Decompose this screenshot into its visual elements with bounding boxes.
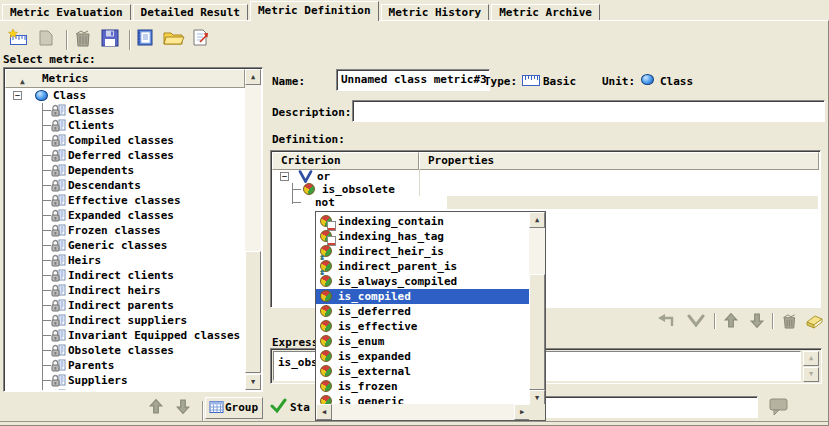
new-metric-button[interactable]: [5, 27, 31, 50]
tree-item-class-root[interactable]: − Class: [5, 88, 245, 103]
collapse-icon[interactable]: −: [13, 91, 22, 100]
criterion-option-icon: [320, 395, 332, 404]
move-metric-up-button[interactable]: [148, 399, 164, 417]
eraser-icon: [803, 313, 824, 329]
move-criterion-up-button[interactable]: [722, 312, 744, 330]
criterion-option[interactable]: indexing_contain: [316, 214, 529, 229]
dropdown-vertical-scrollbar[interactable]: ▲ ▼: [529, 212, 545, 404]
criterion-option[interactable]: is_always_compiled: [316, 274, 529, 289]
up-arrow-icon: [723, 313, 739, 328]
metric-tree-item[interactable]: Clients: [5, 118, 245, 133]
expression-scroll-up-button[interactable]: ▲: [803, 351, 819, 366]
clear-definition-button[interactable]: [802, 312, 824, 330]
delete-metric-icon: [73, 29, 93, 47]
criterion-option[interactable]: indirect_parent_is: [316, 259, 529, 274]
metrics-column-header[interactable]: ▲ Metrics: [5, 69, 245, 88]
criterion-option[interactable]: is_generic: [316, 394, 529, 404]
scroll-right-button[interactable]: ▶: [514, 404, 530, 420]
metric-tree-body: − Class: [5, 88, 245, 390]
expression-scroll-down-button[interactable]: ▼: [803, 367, 819, 382]
properties-column-header[interactable]: Properties: [419, 152, 819, 170]
delete-metric-button[interactable]: [70, 27, 96, 50]
criterion-option[interactable]: is_effective: [316, 319, 529, 334]
move-criterion-down-button[interactable]: [748, 312, 770, 330]
or-criterion-icon: [687, 313, 705, 328]
criterion-row-is-obsolete[interactable]: is_obsolete: [272, 183, 819, 196]
group-grid-icon: [209, 400, 225, 414]
metric-tree-item[interactable]: Deferred classes: [5, 148, 245, 163]
duplicate-metric-button[interactable]: [32, 27, 58, 50]
criterion-editor[interactable]: not: [305, 196, 447, 209]
criterion-option[interactable]: is_enum: [316, 334, 529, 349]
save-icon: [100, 29, 120, 47]
change-to-and-button[interactable]: [656, 312, 678, 330]
panel-bottom-edge: [0, 421, 829, 422]
metric-tree-item[interactable]: Generic classes: [5, 238, 245, 253]
scroll-up-button[interactable]: ▲: [529, 212, 545, 228]
definition-table-header: Criterion Properties: [272, 152, 819, 170]
manage-metrics-button[interactable]: [132, 27, 158, 50]
criterion-option-label: is_always_compiled: [338, 275, 457, 288]
scroll-up-button[interactable]: ▲: [245, 69, 261, 85]
tab[interactable]: Metric Archive: [491, 4, 600, 20]
change-to-or-button[interactable]: [686, 312, 708, 330]
dropdown-horizontal-scrollbar[interactable]: ◀ ▶: [316, 404, 529, 420]
criterion-option[interactable]: is_external: [316, 364, 529, 379]
metric-tree-item[interactable]: [5, 388, 245, 390]
and-criterion-icon: [657, 313, 677, 328]
criterion-column-header[interactable]: Criterion: [272, 152, 419, 170]
open-metric-file-button[interactable]: [160, 27, 186, 50]
criterion-option[interactable]: indexing_has_tag: [316, 229, 529, 244]
metric-tree-item[interactable]: Dependents: [5, 163, 245, 178]
metric-tree-item[interactable]: Obsolete classes: [5, 343, 245, 358]
tab[interactable]: Metric Definition: [250, 1, 379, 21]
metric-name: Obsolete classes: [68, 343, 174, 358]
metric-tree-item[interactable]: Frozen classes: [5, 223, 245, 238]
scroll-down-button[interactable]: ▼: [245, 374, 261, 390]
name-input[interactable]: Unnamed class metric#3: [336, 69, 490, 91]
metric-tree-item[interactable]: Expanded classes: [5, 208, 245, 223]
description-input[interactable]: [352, 100, 825, 122]
metric-tree-item[interactable]: Compiled classes: [5, 133, 245, 148]
scrollbar-thumb[interactable]: [245, 251, 261, 373]
save-metric-button[interactable]: [97, 27, 123, 50]
editing-row-background: [447, 196, 818, 209]
metric-tree-item[interactable]: Indirect parents: [5, 298, 245, 313]
criterion-option-label: is_external: [338, 365, 411, 378]
criterion-option-icon: [320, 230, 332, 242]
delete-criterion-button[interactable]: [778, 312, 800, 330]
tab[interactable]: Metric Evaluation: [2, 4, 131, 20]
metric-name: Compiled classes: [68, 133, 174, 148]
collapse-icon[interactable]: −: [280, 172, 289, 181]
metric-tree-item[interactable]: Heirs: [5, 253, 245, 268]
tab[interactable]: Metric History: [381, 4, 490, 20]
criterion-option[interactable]: is_compiled: [316, 289, 529, 304]
scroll-left-button[interactable]: ◀: [316, 404, 332, 420]
criterion-option-icon: [320, 320, 332, 332]
metric-tree-item[interactable]: Effective classes: [5, 193, 245, 208]
criterion-dropdown: indexing_contain indexing_has_tag indire…: [315, 211, 546, 421]
tab[interactable]: Detailed Result: [133, 4, 248, 20]
metric-tree-item[interactable]: Indirect suppliers: [5, 313, 245, 328]
criterion-option[interactable]: is_deferred: [316, 304, 529, 319]
metric-tree-item[interactable]: Suppliers: [5, 373, 245, 388]
export-metrics-button[interactable]: [188, 27, 214, 50]
metric-name: Frozen classes: [68, 223, 161, 238]
criterion-option[interactable]: indirect_heir_is: [316, 244, 529, 259]
move-metric-down-button[interactable]: [175, 399, 191, 417]
group-button[interactable]: Group: [205, 397, 263, 419]
metric-name: Indirect parents: [68, 298, 174, 313]
scrollbar-thumb[interactable]: [529, 274, 545, 390]
criterion-row-not-editing[interactable]: not: [272, 196, 819, 209]
tree-scrollbar[interactable]: ▲ ▼: [245, 69, 261, 390]
criterion-option[interactable]: is_expanded: [316, 349, 529, 364]
comment-button[interactable]: [766, 395, 794, 419]
metric-tree-item[interactable]: Indirect clients: [5, 268, 245, 283]
metric-tree-item[interactable]: Parents: [5, 358, 245, 373]
criterion-row-or[interactable]: − or: [272, 170, 819, 183]
metric-tree-item[interactable]: Classes: [5, 103, 245, 118]
metric-tree-item[interactable]: Invariant Equipped classes: [5, 328, 245, 343]
criterion-option[interactable]: is_frozen: [316, 379, 529, 394]
metric-tree-item[interactable]: Descendants: [5, 178, 245, 193]
metric-tree-item[interactable]: Indirect heirs: [5, 283, 245, 298]
